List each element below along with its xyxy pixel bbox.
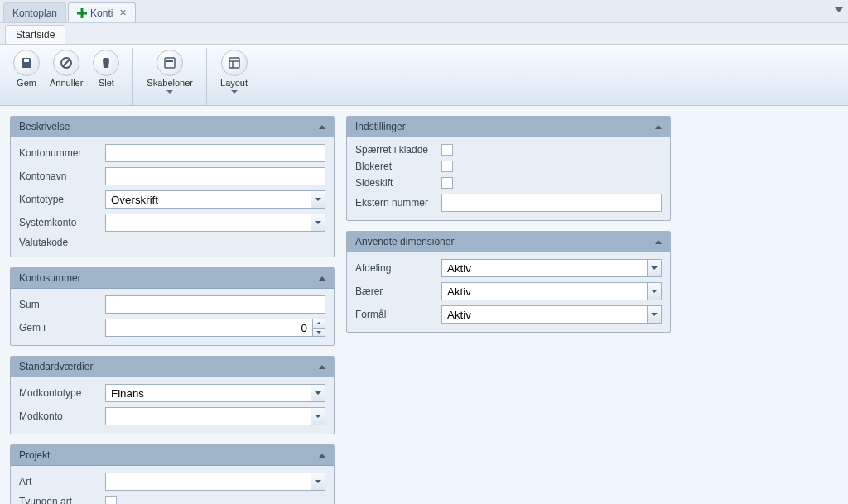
spin-down-button[interactable]	[312, 328, 325, 338]
panel-header[interactable]: Kontosummer	[11, 268, 334, 289]
spaerret-label: Spærret i kladde	[355, 144, 435, 156]
button-label: Layout	[220, 78, 248, 88]
panel-header[interactable]: Projekt	[11, 445, 334, 466]
systemkonto-value[interactable]	[105, 214, 311, 232]
sideskift-label: Sideskift	[355, 177, 435, 189]
svg-rect-4	[229, 58, 239, 68]
panel-beskrivelse: Beskrivelse Kontonummer Kontonavn Kontot…	[10, 116, 335, 257]
collapse-icon[interactable]	[319, 454, 325, 458]
kontonavn-input[interactable]	[105, 167, 325, 185]
chevron-down-icon[interactable]	[647, 305, 662, 324]
systemkonto-combo[interactable]	[105, 214, 325, 232]
chevron-down-icon[interactable]	[311, 214, 325, 232]
art-label: Art	[19, 476, 99, 487]
panel-header[interactable]: Beskrivelse	[11, 117, 334, 137]
tab-konti[interactable]: Konti ✕	[68, 2, 136, 22]
kontotype-value[interactable]	[105, 190, 311, 209]
panel-header[interactable]: Anvendte dimensioner	[347, 232, 670, 252]
chevron-down-icon[interactable]	[311, 190, 325, 209]
modkonto-label: Modkonto	[19, 410, 99, 422]
systemkonto-label: Systemkonto	[19, 217, 99, 228]
form-area: Beskrivelse Kontonummer Kontonavn Kontot…	[0, 106, 848, 504]
panel-indstillinger: Indstillinger Spærret i kladde Blokeret …	[346, 116, 671, 221]
chevron-down-icon[interactable]	[311, 473, 325, 491]
afdeling-label: Afdeling	[355, 262, 435, 274]
modkonto-combo[interactable]	[105, 407, 325, 425]
collapse-icon[interactable]	[319, 276, 325, 281]
spaerret-checkbox[interactable]	[441, 144, 453, 156]
formaal-combo[interactable]	[441, 305, 662, 324]
cancel-icon	[53, 50, 80, 76]
panel-title: Indstillinger	[355, 121, 406, 132]
kontonummer-input[interactable]	[105, 144, 325, 162]
tvungen-art-label: Tvungen art	[19, 496, 99, 504]
panel-title: Anvendte dimensioner	[355, 236, 454, 247]
modkontotype-combo[interactable]	[105, 384, 325, 402]
tab-label: Kontoplan	[12, 7, 57, 19]
kontonummer-label: Kontonummer	[19, 147, 99, 159]
tab-bar: Kontoplan Konti ✕	[0, 0, 848, 23]
collapse-icon[interactable]	[655, 240, 662, 244]
panel-projekt: Projekt Art Tvungen art	[10, 444, 335, 504]
chevron-down-icon[interactable]	[311, 407, 325, 425]
ekstern-label: Ekstern nummer	[355, 197, 435, 209]
svg-line-1	[63, 60, 70, 66]
templates-button[interactable]: Skabeloner	[142, 48, 198, 95]
chevron-down-icon[interactable]	[311, 384, 325, 402]
gem-i-spin[interactable]	[105, 319, 325, 337]
button-label: Skabeloner	[147, 78, 193, 88]
afdeling-value[interactable]	[441, 259, 647, 277]
ekstern-input[interactable]	[441, 194, 662, 212]
art-combo[interactable]	[105, 473, 325, 491]
baerer-value[interactable]	[441, 282, 647, 300]
gem-i-label: Gem i	[19, 322, 99, 334]
close-icon[interactable]: ✕	[119, 7, 127, 18]
valutakode-label: Valutakode	[19, 237, 99, 248]
spin-up-button[interactable]	[312, 319, 325, 328]
panel-kontosummer: Kontosummer Sum Gem i	[10, 267, 335, 346]
chevron-down-icon[interactable]	[647, 282, 662, 300]
tab-kontoplan[interactable]: Kontoplan	[3, 2, 66, 22]
tvungen-art-checkbox[interactable]	[105, 496, 117, 504]
save-button[interactable]: Gem	[8, 48, 45, 89]
panel-title: Kontosummer	[19, 272, 81, 284]
toolbar: Gem Annuller Slet Skabeloner	[0, 45, 848, 106]
button-label: Slet	[99, 78, 114, 88]
delete-button[interactable]: Slet	[88, 48, 124, 89]
right-column: Indstillinger Spærret i kladde Blokeret …	[346, 116, 671, 504]
svg-rect-3	[166, 60, 173, 62]
panel-header[interactable]: Indstillinger	[347, 117, 670, 137]
layout-icon	[221, 50, 248, 76]
subtab-label: Startside	[16, 29, 55, 41]
collapse-icon[interactable]	[655, 125, 662, 129]
chevron-down-icon	[231, 90, 238, 94]
tab-overflow-button[interactable]	[835, 5, 843, 17]
panel-body: Kontonummer Kontonavn Kontotype	[11, 137, 334, 257]
chevron-down-icon[interactable]	[647, 259, 662, 277]
sideskift-checkbox[interactable]	[441, 177, 453, 189]
afdeling-combo[interactable]	[441, 259, 662, 277]
collapse-icon[interactable]	[319, 365, 325, 369]
chevron-down-icon	[166, 90, 173, 94]
art-value[interactable]	[105, 473, 311, 491]
layout-button[interactable]: Layout	[215, 48, 253, 95]
collapse-icon[interactable]	[319, 125, 325, 129]
button-label: Gem	[17, 78, 36, 88]
panel-header[interactable]: Standardværdier	[11, 357, 334, 377]
subtab-startside[interactable]: Startside	[5, 25, 65, 44]
kontotype-combo[interactable]	[105, 190, 325, 209]
blokeret-checkbox[interactable]	[441, 161, 453, 172]
modkontotype-value[interactable]	[105, 384, 311, 402]
blokeret-label: Blokeret	[355, 161, 435, 172]
panel-anvendte-dimensioner: Anvendte dimensioner Afdeling Bærer	[346, 231, 671, 333]
kontotype-label: Kontotype	[19, 194, 99, 205]
cancel-button[interactable]: Annuller	[45, 48, 88, 89]
template-icon	[157, 50, 183, 76]
modkonto-value[interactable]	[105, 407, 311, 425]
left-column: Beskrivelse Kontonummer Kontonavn Kontot…	[10, 116, 335, 504]
gem-i-value[interactable]	[105, 319, 312, 337]
formaal-value[interactable]	[441, 305, 647, 324]
sum-input[interactable]	[105, 295, 325, 314]
baerer-combo[interactable]	[441, 282, 662, 300]
svg-rect-2	[165, 58, 175, 68]
